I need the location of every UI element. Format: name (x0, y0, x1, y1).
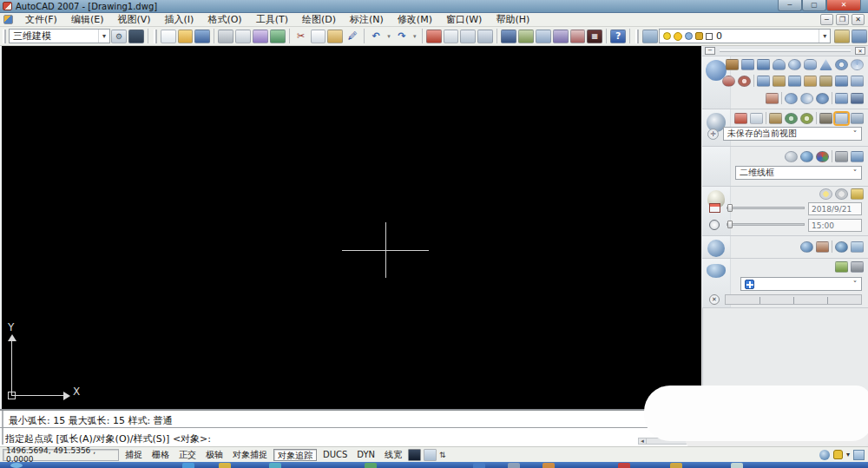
style-conceptual-icon[interactable] (800, 151, 813, 162)
render-crop-icon[interactable]: ✕ (709, 294, 720, 305)
nav-pan-icon[interactable] (734, 113, 747, 124)
menu-dimension[interactable]: 标注(N) (343, 12, 391, 27)
doc-minimize-button[interactable]: ─ (820, 14, 833, 25)
view-combo-chevron-icon[interactable]: ˅ (849, 128, 861, 140)
constrained-orbit-icon[interactable] (785, 113, 798, 124)
intersect-icon[interactable] (816, 93, 829, 104)
menu-edit[interactable]: 编辑(E) (64, 12, 111, 27)
panel-close-icon[interactable]: ✕ (855, 47, 865, 55)
convert-to-solid-icon[interactable] (766, 93, 779, 104)
toggle-lineweight[interactable]: 线宽 (381, 449, 405, 461)
toolbar-grip[interactable] (154, 30, 157, 43)
cylinder-icon[interactable] (804, 59, 817, 70)
wedge-icon[interactable] (757, 59, 770, 70)
quickcalc-icon[interactable]: ▦ (587, 30, 602, 43)
tray-dropdown-icon[interactable]: ▾ (846, 451, 850, 458)
cut-icon[interactable]: ✂ (293, 30, 309, 43)
render-quality-slider[interactable] (725, 294, 862, 305)
paste-icon[interactable] (327, 30, 343, 43)
tool-palettes-icon[interactable] (536, 30, 551, 43)
section-plane-icon[interactable] (851, 93, 864, 104)
material-globe-icon[interactable] (835, 241, 848, 253)
sun-date-field[interactable]: 2018/9/21 (808, 202, 862, 215)
presspull-icon[interactable] (773, 76, 786, 87)
sun-date-slider-thumb[interactable] (727, 204, 733, 212)
redo-icon[interactable]: ↷ (394, 30, 410, 43)
toggle-dyn[interactable]: DYN (353, 449, 378, 461)
sun-time-slider-thumb[interactable] (727, 221, 733, 228)
minimize-button[interactable]: ─ (778, 0, 802, 11)
visual-style-header[interactable] (702, 147, 731, 186)
toggle-snap[interactable]: 捕捉 (122, 449, 146, 461)
sphere-icon[interactable] (788, 59, 801, 70)
material-list-icon[interactable] (851, 241, 864, 253)
layer-combobox[interactable]: 0 ▾ (659, 29, 831, 43)
annotation-arrows-icon[interactable]: ⇅ (439, 451, 446, 459)
polysolid-icon[interactable] (726, 59, 739, 70)
open-icon[interactable] (178, 30, 194, 43)
light-list-icon[interactable] (851, 188, 864, 200)
visual-style-chevron-icon[interactable]: ˅ (849, 167, 861, 179)
sweep-icon[interactable] (788, 76, 801, 87)
layer-previous-icon[interactable] (852, 30, 867, 43)
match-properties-icon[interactable]: 🖉 (345, 30, 360, 43)
union-icon[interactable] (785, 93, 798, 104)
model-space-icon[interactable] (408, 449, 421, 461)
sky-status-icon[interactable] (835, 188, 848, 200)
taskbar-app-icon[interactable] (219, 463, 231, 468)
layer-lock-icon[interactable] (695, 32, 703, 40)
save-workspace-icon[interactable] (128, 30, 144, 43)
thicken-icon[interactable] (851, 76, 864, 87)
panel-minimize-icon[interactable]: − (705, 47, 715, 55)
menu-file[interactable]: 文件(F) (18, 12, 64, 27)
box-icon[interactable] (741, 59, 754, 70)
view-controls-icon[interactable]: ✛ (707, 129, 719, 140)
properties-icon[interactable] (501, 30, 516, 43)
undo-icon[interactable]: ↶ (368, 30, 384, 43)
undo-dropdown-icon[interactable]: ▾ (385, 30, 392, 43)
style-realistic-icon[interactable] (816, 151, 829, 162)
communication-center-icon[interactable] (819, 450, 830, 460)
redo-dropdown-icon[interactable]: ▾ (411, 30, 418, 43)
menu-modify[interactable]: 修改(M) (391, 12, 439, 27)
close-button[interactable]: ✕ (826, 0, 861, 11)
make-layer-current-icon[interactable] (834, 30, 850, 43)
visual-style-combobox[interactable]: 二维线框 ˅ (735, 166, 862, 180)
menu-format[interactable]: 格式(O) (201, 12, 248, 27)
panel-grip[interactable] (720, 49, 851, 52)
toggle-otrack[interactable]: 对象追踪 (273, 449, 317, 461)
pan-icon[interactable] (426, 30, 442, 43)
sun-status-icon[interactable] (819, 188, 832, 200)
toolbar-grip[interactable] (635, 30, 639, 43)
slice-icon[interactable] (835, 76, 848, 87)
parallel-projection-icon[interactable] (835, 113, 848, 124)
publish-icon[interactable] (253, 30, 268, 43)
pyramid-icon[interactable] (819, 59, 832, 70)
toggle-ortho[interactable]: 正交 (175, 449, 200, 461)
maximize-button[interactable]: ▢ (802, 0, 826, 11)
taskbar-app-icon[interactable] (182, 463, 194, 468)
3d-move-icon[interactable] (722, 76, 735, 87)
help-icon[interactable]: ? (610, 30, 626, 43)
windows-taskbar[interactable] (0, 462, 868, 468)
menu-help[interactable]: 帮助(H) (489, 12, 536, 27)
copy-icon[interactable] (311, 30, 326, 43)
extrude-icon[interactable] (757, 76, 770, 87)
doc-restore-button[interactable]: ❐ (836, 14, 849, 25)
toolbar-grip[interactable] (3, 30, 6, 43)
cone-icon[interactable] (773, 59, 786, 70)
new-icon[interactable] (161, 30, 176, 43)
loft-icon[interactable] (819, 76, 832, 87)
clean-screen-icon[interactable] (853, 450, 865, 460)
visual-style-icon[interactable] (707, 150, 726, 169)
material-editor-icon[interactable] (800, 241, 813, 253)
materials-header[interactable] (702, 236, 731, 258)
taskbar-app-icon[interactable] (365, 463, 377, 468)
walk-fly-icon[interactable] (769, 113, 782, 124)
layer-freeze-sun-icon[interactable] (674, 32, 682, 41)
command-prompt-line[interactable]: 指定起点或 [弧长(A)/对象(O)/样式(S)] <对象>: (5, 432, 211, 445)
helix-icon[interactable] (851, 59, 864, 70)
menu-view[interactable]: 视图(V) (110, 12, 157, 27)
sun-time-field[interactable]: 15:00 (808, 219, 862, 232)
zoom-window-icon[interactable] (460, 30, 476, 43)
